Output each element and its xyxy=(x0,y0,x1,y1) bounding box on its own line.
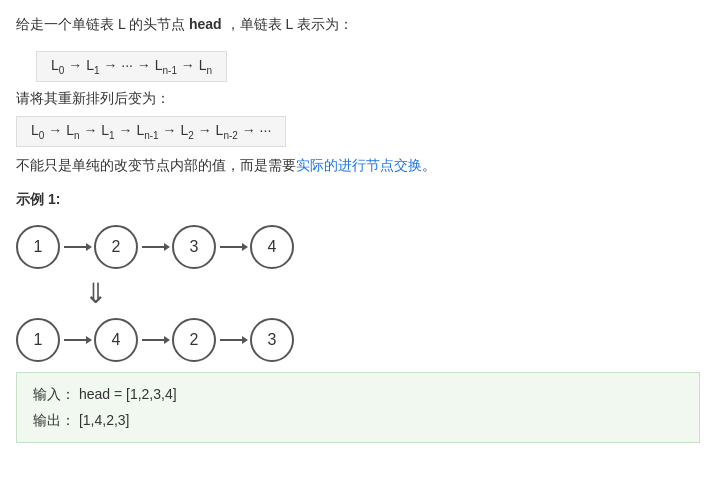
svg-marker-1 xyxy=(86,243,92,251)
formula1-box: L0 → L1 → ··· → Ln-1 → Ln xyxy=(36,51,227,82)
arrow-a1 xyxy=(62,332,92,348)
node-2-before: 2 xyxy=(94,225,138,269)
node-3-before: 3 xyxy=(172,225,216,269)
node-1-before: 1 xyxy=(16,225,60,269)
down-arrow-icon: ⇓ xyxy=(84,277,107,310)
node-2-after: 2 xyxy=(172,318,216,362)
list-before-row: 1 2 3 4 xyxy=(16,225,700,269)
arrow-3 xyxy=(218,239,248,255)
formula1-text: L0 → L1 → ··· → Ln-1 → Ln xyxy=(51,57,212,73)
svg-marker-9 xyxy=(164,336,170,344)
node-1-after: 1 xyxy=(16,318,60,362)
output-line: 输出： [1,4,2,3] xyxy=(33,407,683,434)
note-text: 不能只是单纯的改变节点内部的值，而是需要实际的进行节点交换。 xyxy=(16,157,700,175)
node-4-before: 4 xyxy=(250,225,294,269)
svg-marker-3 xyxy=(164,243,170,251)
arrow-a3 xyxy=(218,332,248,348)
example-title: 示例 1: xyxy=(16,191,700,209)
diagram-area: 1 2 3 4 ⇓ 1 4 xyxy=(16,225,700,362)
note-highlight: 实际的进行节点交换 xyxy=(296,157,422,173)
output-label: 输出： xyxy=(33,412,75,428)
node-4-after: 4 xyxy=(94,318,138,362)
output-value: [1,4,2,3] xyxy=(79,412,130,428)
io-box: 输入： head = [1,2,3,4] 输出： [1,4,2,3] xyxy=(16,372,700,443)
down-arrow-container: ⇓ xyxy=(16,277,700,310)
description-text: 给走一个单链表 L 的头节点 head ，单链表 L 表示为： xyxy=(16,12,700,37)
input-value: head = [1,2,3,4] xyxy=(79,386,177,402)
arrow-1 xyxy=(62,239,92,255)
svg-marker-7 xyxy=(86,336,92,344)
formula2-text: L0 → Ln → L1 → Ln-1 → L2 → Ln-2 → ··· xyxy=(31,122,271,138)
transform-label: 请将其重新排列后变为： xyxy=(16,90,700,108)
arrow-a2 xyxy=(140,332,170,348)
formula2-box: L0 → Ln → L1 → Ln-1 → L2 → Ln-2 → ··· xyxy=(16,116,286,147)
node-3-after: 3 xyxy=(250,318,294,362)
page-container: 给走一个单链表 L 的头节点 head ，单链表 L 表示为： L0 → L1 … xyxy=(16,12,700,443)
svg-marker-11 xyxy=(242,336,248,344)
svg-marker-5 xyxy=(242,243,248,251)
input-line: 输入： head = [1,2,3,4] xyxy=(33,381,683,408)
input-label: 输入： xyxy=(33,386,75,402)
arrow-2 xyxy=(140,239,170,255)
list-after-row: 1 4 2 3 xyxy=(16,318,700,362)
